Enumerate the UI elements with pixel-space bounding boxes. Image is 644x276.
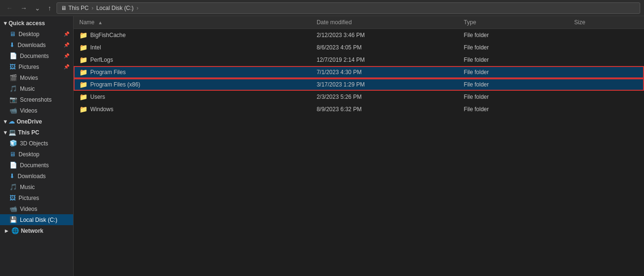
sidebar-label: Downloads <box>18 173 46 180</box>
file-size-cell <box>570 54 644 66</box>
table-row[interactable]: 📁Windows8/9/2023 6:32 PMFile folder <box>74 103 644 115</box>
folder-icon: 📁 <box>79 31 87 39</box>
network-label: Network <box>21 228 43 234</box>
file-type-cell: File folder <box>460 66 570 78</box>
path-local-disk: Local Disk (C:) <box>96 5 134 11</box>
sidebar: ▾ Quick access 🖥 Desktop 📌 ⬇ Downloads 📌… <box>0 16 74 276</box>
file-name-cell: 📁PerfLogs <box>74 54 313 66</box>
sidebar-label: Videos <box>20 206 37 212</box>
col-header-date[interactable]: Date modified <box>313 16 460 29</box>
music-icon: 🎵 <box>9 85 17 92</box>
sidebar-item-downloads-quick[interactable]: ⬇ Downloads 📌 <box>0 39 73 50</box>
file-table-header: Name ▲ Date modified Type Size <box>74 16 644 29</box>
network-chevron: ► <box>4 228 9 234</box>
table-row[interactable]: 📁PerfLogs12/7/2019 2:14 PMFile folder <box>74 54 644 66</box>
desktop-icon: 🖥 <box>9 151 16 158</box>
sidebar-item-documents-pc[interactable]: 📄 Documents <box>0 160 73 171</box>
file-type-cell: File folder <box>460 78 570 91</box>
network-icon: 🌐 <box>11 227 19 234</box>
file-date-cell: 2/12/2023 3:46 PM <box>313 29 460 42</box>
quick-access-header[interactable]: ▾ Quick access <box>0 18 73 29</box>
table-row[interactable]: 📁Program Files (x86)3/17/2023 1:29 PMFil… <box>74 78 644 91</box>
sidebar-item-music-pc[interactable]: 🎵 Music <box>0 181 73 192</box>
sidebar-item-pictures-quick[interactable]: 🖼 Pictures 📌 <box>0 61 73 72</box>
file-list-wrapper[interactable]: Name ▲ Date modified Type Size <box>74 16 644 276</box>
file-name-cell: 📁Users <box>74 91 313 103</box>
file-name-label: PerfLogs <box>90 57 113 63</box>
file-date-cell: 12/7/2019 2:14 PM <box>313 54 460 66</box>
quick-access-chevron: ▾ <box>4 20 7 27</box>
table-row[interactable]: 📁BigFishCache2/12/2023 3:46 PMFile folde… <box>74 29 644 42</box>
col-header-size[interactable]: Size <box>570 16 644 29</box>
sidebar-item-movies-quick[interactable]: 🎬 Movies <box>0 72 73 83</box>
file-date-cell: 8/6/2023 4:05 PM <box>313 41 460 54</box>
col-size-label: Size <box>574 19 585 26</box>
sidebar-item-pictures-pc[interactable]: 🖼 Pictures <box>0 192 73 203</box>
file-name-cell: 📁Program Files (x86) <box>74 78 313 91</box>
file-name-label: Users <box>90 94 105 100</box>
sidebar-item-desktop-quick[interactable]: 🖥 Desktop 📌 <box>0 29 73 39</box>
file-type-cell: File folder <box>460 29 570 42</box>
content-area: Name ▲ Date modified Type Size <box>74 16 644 276</box>
sidebar-item-desktop-pc[interactable]: 🖥 Desktop <box>0 149 73 160</box>
docs-icon: 📄 <box>9 162 17 169</box>
pin-icon: 📌 <box>64 64 69 69</box>
sidebar-item-videos-pc[interactable]: 📹 Videos <box>0 203 73 214</box>
file-type-cell: File folder <box>460 41 570 54</box>
onedrive-label: OneDrive <box>17 118 42 125</box>
sidebar-label: Desktop <box>19 151 39 158</box>
sidebar-label: Pictures <box>19 64 39 70</box>
sidebar-label: Movies <box>20 75 38 81</box>
sidebar-item-3d-objects[interactable]: 🧊 3D Objects <box>0 138 73 149</box>
onedrive-chevron: ▾ <box>4 118 7 125</box>
network-header[interactable]: ► 🌐 Network <box>0 225 73 236</box>
file-size-cell <box>570 103 644 115</box>
address-bar[interactable]: 🖥 This PC › Local Disk (C:) › <box>57 2 640 14</box>
file-date-cell: 8/9/2023 6:32 PM <box>313 103 460 115</box>
sidebar-label: Documents <box>20 162 49 169</box>
3d-icon: 🧊 <box>9 140 17 147</box>
sidebar-item-videos-quick[interactable]: 📹 Videos <box>0 105 73 116</box>
col-date-label: Date modified <box>317 19 352 26</box>
videos-icon: 📹 <box>9 205 17 212</box>
col-header-name[interactable]: Name ▲ <box>74 16 313 29</box>
onedrive-header[interactable]: ▾ ☁ OneDrive <box>0 116 73 127</box>
file-date-cell: 7/1/2023 4:30 PM <box>313 66 460 78</box>
folder-icon: 📁 <box>79 56 87 64</box>
sidebar-item-documents-quick[interactable]: 📄 Documents 📌 <box>0 50 73 61</box>
quick-access-label: Quick access <box>9 20 45 27</box>
up-button[interactable]: ↑ <box>46 3 54 13</box>
forward-button[interactable]: → <box>18 3 29 13</box>
pics-icon: 🖼 <box>9 63 16 70</box>
sidebar-item-downloads-pc[interactable]: ⬇ Downloads <box>0 171 73 181</box>
pics-icon: 🖼 <box>9 194 16 201</box>
screenshots-icon: 📷 <box>9 96 17 103</box>
recent-locations-button[interactable]: ⌄ <box>32 3 43 13</box>
sidebar-label: Music <box>20 184 35 190</box>
thispc-label: This PC <box>18 129 39 136</box>
main-container: ▾ Quick access 🖥 Desktop 📌 ⬇ Downloads 📌… <box>0 16 644 276</box>
sidebar-item-music-quick[interactable]: 🎵 Music <box>0 83 73 94</box>
sidebar-label: Music <box>20 86 35 92</box>
thispc-header[interactable]: ▾ 💻 This PC <box>0 127 73 138</box>
videos-icon: 📹 <box>9 107 17 114</box>
sidebar-item-local-disk[interactable]: 💾 Local Disk (C:) <box>0 214 73 225</box>
file-name-label: Intel <box>90 44 101 51</box>
file-size-cell <box>570 91 644 103</box>
table-row[interactable]: 📁Program Files7/1/2023 4:30 PMFile folde… <box>74 66 644 78</box>
folder-icon: 📁 <box>79 68 87 76</box>
sidebar-item-screenshots-quick[interactable]: 📷 Screenshots <box>0 94 73 105</box>
table-row[interactable]: 📁Users2/3/2023 5:26 PMFile folder <box>74 91 644 103</box>
movies-icon: 🎬 <box>9 74 17 81</box>
file-name-label: Windows <box>90 106 114 113</box>
file-size-cell <box>570 78 644 91</box>
file-type-cell: File folder <box>460 54 570 66</box>
download-icon: ⬇ <box>9 41 15 48</box>
back-button[interactable]: ← <box>4 3 15 13</box>
local-disk-icon: 💾 <box>9 216 17 223</box>
file-size-cell <box>570 29 644 42</box>
col-header-type[interactable]: Type <box>460 16 570 29</box>
table-row[interactable]: 📁Intel8/6/2023 4:05 PMFile folder <box>74 41 644 54</box>
thispc-icon: 💻 <box>9 129 16 136</box>
path-this-pc: This PC <box>68 5 89 11</box>
